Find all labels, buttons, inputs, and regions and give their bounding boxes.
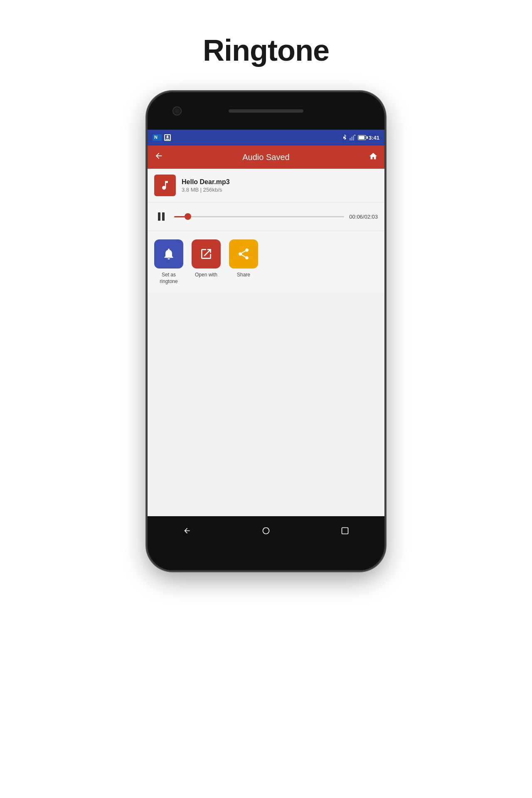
phone-bottom: [148, 545, 384, 570]
actions-section: Set asringtone Open with: [148, 231, 384, 293]
file-name: Hello Dear.mp3: [182, 178, 378, 186]
svg-rect-3: [353, 135, 354, 140]
progress-thumb[interactable]: [185, 213, 191, 220]
time-display: 00:06/02:03: [349, 214, 378, 220]
svg-rect-2: [351, 137, 352, 140]
page-title: Ringtone: [203, 33, 329, 67]
svg-rect-7: [342, 528, 348, 534]
file-info: Hello Dear.mp3 3.8 MB | 256kb/s: [182, 178, 378, 193]
home-button[interactable]: [369, 152, 378, 163]
nav-home-button[interactable]: [258, 522, 274, 539]
content-area: Hello Dear.mp3 3.8 MB | 256kb/s: [148, 169, 384, 516]
battery-icon: [358, 135, 366, 140]
file-item[interactable]: Hello Dear.mp3 3.8 MB | 256kb/s: [148, 169, 384, 202]
navigation-bar: [148, 516, 384, 545]
phone-screen: 3:41 Audio Saved: [148, 130, 384, 545]
app-toolbar: Audio Saved: [148, 145, 384, 169]
open-with-label: Open with: [195, 272, 217, 278]
share-button[interactable]: [229, 239, 258, 268]
status-time: 3:41: [369, 135, 379, 141]
file-meta: 3.8 MB | 256kb/s: [182, 187, 378, 193]
nav-notification-icon: [153, 134, 162, 141]
back-button[interactable]: [154, 151, 163, 163]
bluetooth-icon: [342, 134, 347, 141]
share-action[interactable]: Share: [229, 239, 258, 278]
phone-frame: 3:41 Audio Saved: [148, 92, 384, 570]
status-left-icons: [153, 134, 171, 141]
share-label: Share: [237, 272, 250, 278]
status-right-icons: 3:41: [342, 134, 379, 141]
set-ringtone-action[interactable]: Set asringtone: [154, 239, 183, 285]
download-notification-icon: [164, 134, 171, 141]
phone-top: [148, 92, 384, 130]
toolbar-title: Audio Saved: [242, 153, 289, 162]
earpiece-speaker: [229, 109, 303, 113]
player-section: 00:06/02:03: [148, 202, 384, 231]
progress-bar[interactable]: [174, 212, 344, 221]
file-type-icon: [154, 175, 176, 196]
nav-recent-button[interactable]: [337, 522, 353, 539]
set-ringtone-label: Set asringtone: [160, 272, 177, 285]
status-bar: 3:41: [148, 130, 384, 145]
front-camera: [172, 106, 182, 116]
pause-icon: [158, 212, 165, 221]
open-with-button[interactable]: [192, 239, 221, 268]
open-with-action[interactable]: Open with: [192, 239, 221, 278]
pause-bar-right: [162, 212, 165, 221]
nav-back-button[interactable]: [179, 522, 195, 539]
svg-point-6: [263, 528, 269, 534]
set-ringtone-button[interactable]: [154, 239, 183, 268]
svg-rect-0: [165, 139, 170, 140]
progress-track: [174, 216, 344, 217]
svg-rect-1: [350, 138, 351, 140]
signal-icon: [350, 135, 355, 140]
pause-button[interactable]: [154, 209, 169, 224]
pause-bar-left: [158, 212, 160, 221]
